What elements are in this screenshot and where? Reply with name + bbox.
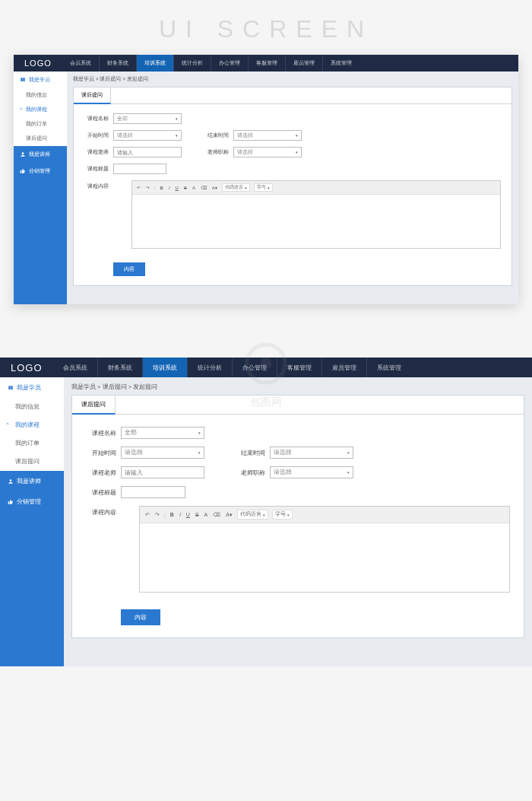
sidebar-item-info[interactable]: 我的信息 [0, 398, 64, 416]
tabs: 课后提问 [72, 396, 524, 415]
italic-icon[interactable]: I [168, 186, 171, 190]
tab-question[interactable]: 课后提问 [74, 87, 111, 104]
input-course-title[interactable] [121, 486, 185, 498]
nav-stats[interactable]: 统计分析 [188, 358, 233, 377]
chevron-down-icon: ▾ [347, 470, 350, 475]
topnav: 会员系统 财务系统 培训系统 统计分析 办公管理 客服管理 雇员管理 系统管理 [53, 358, 411, 377]
tab-question[interactable]: 课后提问 [72, 396, 116, 415]
underline-icon[interactable]: U [185, 512, 191, 517]
person-icon [20, 151, 26, 157]
sidebar-item-info[interactable]: 我的信息 [14, 88, 67, 103]
sidebar-group-label: 我是学员 [17, 383, 41, 392]
select-start-time[interactable]: 请选择 ▾ [121, 447, 204, 459]
sidebar-group-teacher[interactable]: 我是讲师 [14, 146, 67, 163]
italic-icon[interactable]: I [179, 512, 182, 517]
label-course-title: 课程标题 [84, 165, 109, 173]
nav-training[interactable]: 培训系统 [137, 55, 174, 72]
sidebar-item-questions[interactable]: 课后提问 [0, 453, 64, 471]
code-lang-select[interactable]: 代码语言▾ [237, 510, 268, 520]
sidebar-item-orders[interactable]: 我的订单 [14, 117, 67, 132]
label-course-name: 课程名称 [84, 115, 109, 122]
undo-icon[interactable]: ↶ [136, 185, 141, 190]
font-select[interactable]: 字号▾ [254, 183, 273, 192]
font-size-icon[interactable]: A▾ [211, 185, 218, 190]
label-end-time: 结束时间 [204, 132, 229, 139]
nav-office[interactable]: 办公管理 [233, 358, 277, 377]
submit-button[interactable]: 内容 [113, 262, 145, 276]
nav-employee[interactable]: 雇员管理 [322, 358, 367, 377]
label-teacher-title: 老师职称 [235, 469, 265, 477]
bold-icon[interactable]: B [160, 186, 164, 190]
select-teacher-title[interactable]: 请选择 ▾ [270, 466, 353, 478]
underline-icon[interactable]: U [175, 186, 179, 190]
nav-service[interactable]: 客服管理 [249, 55, 286, 72]
undo-icon[interactable]: ↶ [144, 512, 150, 518]
select-course-name[interactable]: 全部 ▾ [113, 113, 182, 124]
select-start-time[interactable]: 请选择 ▾ [113, 130, 182, 141]
label-teacher-title: 老师职称 [204, 148, 229, 156]
sidebar-group-dist[interactable]: 分销管理 [0, 491, 64, 512]
select-end-time[interactable]: 请选择 ▾ [270, 447, 353, 459]
font-color-icon[interactable]: A [204, 512, 209, 517]
separator: | [154, 186, 156, 190]
editor-textarea[interactable] [140, 523, 509, 592]
bold-icon[interactable]: B [169, 512, 175, 517]
select-end-time[interactable]: 请选择 ▾ [233, 130, 302, 141]
nav-members[interactable]: 会员系统 [62, 55, 100, 72]
label-course-content: 课程内容 [86, 506, 116, 517]
nav-system[interactable]: 系统管理 [367, 358, 411, 377]
sidebar-item-orders[interactable]: 我的订单 [0, 434, 64, 453]
clear-format-icon[interactable]: ⌫ [200, 185, 207, 190]
label-start-time: 开始时间 [84, 132, 109, 139]
sidebar-item-courses[interactable]: 我的课程 [14, 103, 67, 117]
sidebar-group-teacher[interactable]: 我是讲师 [0, 471, 64, 491]
nav-members[interactable]: 会员系统 [53, 358, 98, 377]
font-color-icon[interactable]: A [192, 186, 196, 190]
clear-format-icon[interactable]: ⌫ [212, 512, 221, 518]
select-teacher-title[interactable]: 请选择 ▾ [233, 147, 302, 157]
nav-stats[interactable]: 统计分析 [174, 55, 211, 72]
nav-finance[interactable]: 财务系统 [98, 358, 143, 377]
svg-point-3 [10, 479, 12, 482]
font-select[interactable]: 字号▾ [272, 510, 293, 520]
font-size-icon[interactable]: A▾ [225, 512, 233, 518]
sidebar-group-label: 我是讲师 [17, 477, 41, 485]
nav-finance[interactable]: 财务系统 [100, 55, 137, 72]
select-course-name[interactable]: 全部 ▾ [121, 427, 204, 439]
redo-icon[interactable]: ↷ [154, 512, 160, 518]
thumb-icon [8, 499, 14, 505]
nav-employee[interactable]: 雇员管理 [286, 55, 323, 72]
main-content: 我是学员 > 课后提问 > 发起提问 课后提问 课程名称 全部 ▾ [67, 72, 518, 304]
sidebar-group-dist[interactable]: 分销管理 [14, 163, 67, 180]
input-teacher[interactable] [113, 147, 182, 157]
sidebar-group-label: 我是学员 [29, 76, 50, 84]
chevron-down-icon: ▾ [347, 450, 350, 455]
sidebar-item-questions[interactable]: 课后提问 [14, 132, 67, 146]
nav-office[interactable]: 办公管理 [211, 55, 249, 72]
strike-icon[interactable]: S [195, 512, 200, 517]
sidebar-group-student[interactable]: 我是学员 [0, 377, 64, 398]
nav-service[interactable]: 客服管理 [277, 358, 322, 377]
select-placeholder: 请选择 [117, 132, 133, 139]
code-lang-select[interactable]: 代码语言▾ [222, 183, 250, 192]
input-course-title[interactable] [113, 164, 166, 174]
select-placeholder: 请选择 [274, 449, 292, 456]
label-start-time: 开始时间 [86, 449, 116, 457]
label-end-time: 结束时间 [235, 449, 265, 457]
sidebar-item-courses[interactable]: 我的课程 [0, 416, 64, 434]
chevron-down-icon: ▾ [176, 133, 178, 138]
thumb-icon [20, 168, 26, 174]
label-teacher: 课程老师 [86, 469, 116, 477]
editor-textarea[interactable] [132, 195, 500, 248]
select-placeholder: 请选择 [237, 132, 253, 139]
form: 课程名称 全部 ▾ 开始时间 请选择 ▾ [74, 104, 511, 285]
nav-training[interactable]: 培训系统 [143, 358, 188, 377]
tabs: 课后提问 [74, 87, 511, 104]
nav-system[interactable]: 系统管理 [323, 55, 359, 72]
rich-editor: ↶ ↷ | B I U S A ⌫ A▾ 代码语言▾ [139, 506, 510, 593]
strike-icon[interactable]: S [183, 186, 188, 190]
sidebar-group-student[interactable]: 我是学员 [14, 72, 67, 88]
redo-icon[interactable]: ↷ [145, 185, 150, 190]
input-teacher[interactable] [121, 466, 204, 478]
submit-button[interactable]: 内容 [121, 609, 160, 625]
